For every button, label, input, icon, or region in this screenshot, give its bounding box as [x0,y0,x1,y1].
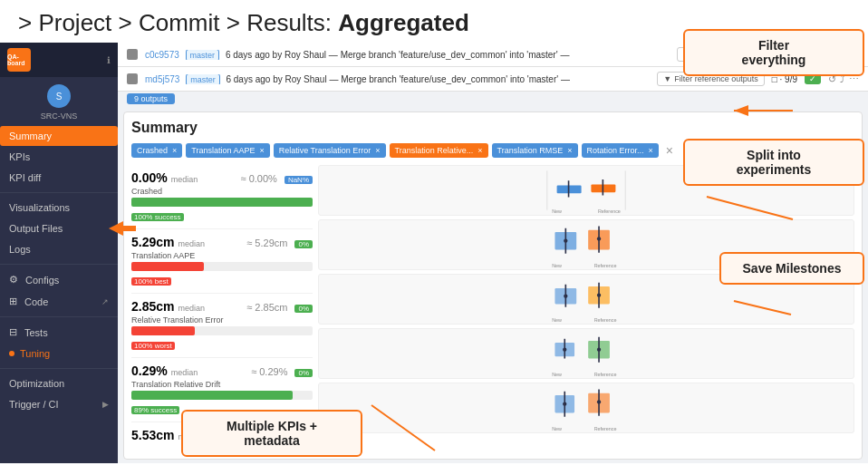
sidebar-item-output-files[interactable]: Output Files [0,218,118,238]
summary-label: Summary [9,131,52,141]
branch-badge-1: master [186,50,220,60]
sidebar-item-summary[interactable]: Summary [0,126,118,146]
kpi-rmse-value: 5.53cm [131,428,174,442]
info-icon[interactable]: ℹ [107,55,111,65]
nav-divider-2 [0,264,118,265]
kpi-rte-bar [131,326,195,335]
sidebar-item-visualizations[interactable]: Visualizations [0,198,118,218]
svg-point-21 [597,294,601,297]
sidebar-username: SRC-VNS [0,111,118,121]
chip-rmse-close[interactable]: × [567,146,572,155]
commit-text-1: 6 days ago by Roy Shaul — Merge branch '… [226,50,570,60]
tuning-dot [9,351,14,356]
filter-icon-2: ▼ [663,74,671,83]
sidebar-item-tuning[interactable]: Tuning [0,344,118,364]
chip-rotation-close[interactable]: × [649,146,653,155]
chip-rotation-error[interactable]: Rotation Error... × [582,143,659,158]
chip-relative-translation[interactable]: Relative Translation Error × [274,143,386,158]
commit-hash-1[interactable]: c0c9573 [145,50,179,60]
commit-msg-2: md5j573 master 6 days ago by Roy Shaul —… [145,74,650,84]
kpi-aape-bar [131,262,204,271]
kpi-table: 0.00% median ≈ 0.00% NaN% Crashed 100% s… [131,165,854,442]
kpi-aape-bar-label: 100% best [131,277,171,286]
kpi-crashed-badge: NaN% [285,176,313,184]
outputs-total-badge: 9 outputs [127,93,175,104]
sidebar-item-kpi-diff[interactable]: KPI diff [0,168,118,188]
kpi-rte-compare: ≈ 2.85cm [246,302,287,313]
chip-translation-relative[interactable]: Translation Relative... × [390,143,488,158]
chip-translation-aape[interactable]: Translation AAPE × [186,143,269,158]
kpi-trd-bar [131,391,293,400]
sidebar-item-kpis[interactable]: KPIs [0,147,118,167]
chip-tr-close[interactable]: × [477,146,482,155]
svg-point-34 [563,402,566,406]
kpi-trd-compare: ≈ 0.29% [251,366,287,377]
logs-label: Logs [9,244,31,255]
kpi-crashed-compare: ≈ 0.00% [241,173,277,184]
chip-crashed-close[interactable]: × [172,146,177,155]
trigger-expand-icon: ▶ [102,400,109,409]
commit-hash-2[interactable]: md5j573 [145,74,179,84]
kpi-row-aape: 5.29cm median ≈ 5.29cm 0% Translation AA… [131,229,313,294]
svg-point-26 [563,348,566,352]
svg-text:Reference: Reference [594,263,617,268]
charts-area: New Reference [318,165,854,442]
close-chips-btn[interactable]: × [662,143,677,158]
summary-panel-title: Summary [131,120,854,136]
svg-text:Reference: Reference [594,426,617,431]
kpi-aape-badge: 0% [294,240,313,248]
sidebar-item-tests[interactable]: ⊟ Tests [0,322,118,343]
nav-divider-1 [0,192,118,193]
sidebar-item-logs[interactable]: Logs [0,239,118,259]
chart-rmse-1: New Reference [318,383,854,433]
kpi-crashed-bar [131,198,313,207]
chart-trd-1: New Reference [318,328,854,379]
configs-label: ⚙ [9,274,18,286]
annotation-filter: Filter everything [683,29,864,76]
kpi-aape-name: Translation AAPE [131,251,313,260]
kpi-aape-median: median [178,239,205,248]
sidebar: QA-board ℹ S SRC-VNS Summary KPIs KPI di… [0,43,118,463]
kpi-rte-median: median [178,304,205,313]
svg-point-10 [564,239,567,243]
nav-divider-4 [0,368,118,369]
svg-text:New: New [552,372,562,377]
commit-msg-1: c0c9573 master 6 days ago by Roy Shaul —… [145,50,670,60]
svg-text:New: New [552,263,562,268]
annotation-milestones: Save Milestones [719,252,864,285]
sidebar-item-optimization[interactable]: Optimization [0,373,118,393]
kpi-trd-median: median [171,368,198,377]
kpi-trd-bar-label: 89% success [131,406,179,414]
kpi-rte-bar-label: 100% worst [131,342,175,350]
kpi-rte-badge: 0% [294,305,313,313]
kpi-crashed-bar-label: 100% success [131,213,184,221]
svg-text:Reference: Reference [594,317,617,323]
external-link-icon: ↗ [101,297,109,306]
chip-aape-close[interactable]: × [260,146,265,155]
svg-text:Reference: Reference [598,208,621,214]
kpi-aape-value: 5.29cm [131,235,174,249]
kpi-row-rte: 2.85cm median ≈ 2.85cm 0% Relative Trans… [131,294,313,358]
chip-rte-close[interactable]: × [375,146,380,155]
kpi-rte-value: 2.85cm [131,299,174,314]
sidebar-item-trigger-ci[interactable]: Trigger / CI ▶ [0,394,118,414]
kpi-list: 0.00% median ≈ 0.00% NaN% Crashed 100% s… [131,165,313,442]
chip-crashed[interactable]: Crashed × [131,143,182,158]
kpis-label: KPIs [9,151,30,162]
vis-label: Visualizations [9,202,70,213]
sidebar-item-configs[interactable]: ⚙ Configs [0,269,118,290]
kpi-crashed-name: Crashed [131,187,313,196]
commit-icon-2 [127,73,138,84]
sidebar-logo: QA-board [7,48,31,72]
annotation-kpis: Multiple KPIs + metadata [181,410,362,457]
svg-point-29 [597,348,601,352]
branch-badge-2: master [186,74,220,84]
kpi-aape-compare: ≈ 5.29cm [246,238,287,248]
sidebar-item-code[interactable]: ⊞ Code ↗ [0,291,118,312]
svg-text:New: New [552,208,562,214]
chip-translation-rmse[interactable]: Translation RMSE × [492,143,578,158]
title-bold: Aggregated [338,9,468,36]
svg-point-18 [564,295,567,298]
kpi-crashed-value: 0.00% [131,170,168,185]
code-label: ⊞ [9,296,17,307]
